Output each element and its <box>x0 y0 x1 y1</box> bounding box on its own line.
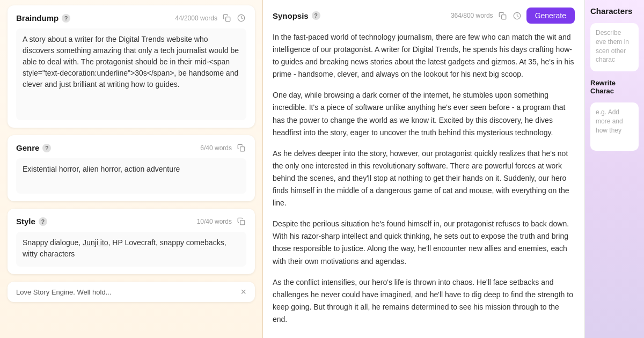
rewrite-placeholder: e.g. Add more and how they <box>596 108 623 134</box>
synopsis-para-1: In the fast-paced world of technology jo… <box>273 31 575 80</box>
synopsis-word-count: 364/800 words <box>451 12 493 19</box>
synopsis-para-3: As he delves deeper into the story, howe… <box>273 148 575 209</box>
svg-rect-2 <box>240 147 245 151</box>
braindump-input-area[interactable]: A story about a writer for the Digital T… <box>16 28 246 120</box>
style-title: Style <box>16 217 35 226</box>
style-title-group: Style ? <box>16 217 47 226</box>
svg-rect-0 <box>226 17 230 21</box>
genre-input-area[interactable]: Existential horror, alien horror, action… <box>16 158 246 194</box>
genre-meta: 6/40 words <box>200 143 246 153</box>
braindump-copy-button[interactable] <box>222 13 232 23</box>
braindump-header: Braindump ? 44/2000 words <box>16 13 246 23</box>
synopsis-title-group: Synopsis ? <box>273 11 320 20</box>
synopsis-para-2: One day, while browsing a dark corner of… <box>273 89 575 138</box>
braindump-title: Braindump <box>16 13 58 23</box>
style-meta: 10/40 words <box>197 216 246 226</box>
characters-describe-placeholder: Describe eve them in scen other charac <box>596 29 629 63</box>
style-input-area[interactable]: Snappy dialogue, Junji ito, HP Lovecraft… <box>16 232 246 267</box>
synopsis-help-icon[interactable]: ? <box>312 11 320 20</box>
style-card: Style ? 10/40 words Snappy dialogue, Jun… <box>8 209 255 274</box>
synopsis-history-button[interactable] <box>512 11 522 21</box>
generate-button[interactable]: Generate <box>526 8 575 24</box>
characters-panel: Characters Describe eve them in scen oth… <box>585 0 644 338</box>
style-word-count: 10/40 words <box>197 218 232 225</box>
genre-header: Genre ? 6/40 words <box>16 143 246 153</box>
synopsis-header: Synopsis ? 364/800 words Generate <box>273 8 575 24</box>
rewrite-label: Rewrite Charac <box>590 79 639 95</box>
style-copy-button[interactable] <box>236 216 246 226</box>
braindump-history-button[interactable] <box>236 13 246 23</box>
synopsis-body: In the fast-paced world of technology jo… <box>273 31 575 334</box>
synopsis-para-5: As the conflict intensifies, our hero's … <box>273 276 575 326</box>
genre-help-icon[interactable]: ? <box>42 144 51 152</box>
genre-card: Genre ? 6/40 words Existential horror, a… <box>8 135 255 201</box>
helper-bar: Love Story Engine. Well hold... × <box>8 282 255 302</box>
genre-textarea[interactable]: Existential horror, alien horror, action… <box>23 164 240 186</box>
braindump-title-group: Braindump ? <box>16 13 70 23</box>
synopsis-title: Synopsis <box>273 11 309 20</box>
braindump-meta: 44/2000 words <box>175 13 246 23</box>
style-header: Style ? 10/40 words <box>16 216 246 226</box>
genre-copy-button[interactable] <box>236 143 246 153</box>
genre-title: Genre <box>16 143 39 152</box>
braindump-help-icon[interactable]: ? <box>62 14 70 23</box>
braindump-card: Braindump ? 44/2000 words A story about … <box>8 5 255 128</box>
characters-describe-box[interactable]: Describe eve them in scen other charac <box>590 23 639 71</box>
synopsis-panel: Synopsis ? 364/800 words Generate In the… <box>263 0 585 338</box>
characters-title: Characters <box>590 6 639 16</box>
svg-rect-4 <box>501 14 506 19</box>
svg-rect-3 <box>240 221 245 225</box>
genre-word-count: 6/40 words <box>200 144 232 152</box>
left-panel: Braindump ? 44/2000 words A story about … <box>0 0 263 338</box>
style-content: Snappy dialogue, Junji ito, HP Lovecraft… <box>23 237 240 260</box>
synopsis-meta: 364/800 words Generate <box>451 8 575 24</box>
genre-title-group: Genre ? <box>16 143 51 152</box>
synopsis-para-4: Despite the perilous situation he's foun… <box>273 218 575 267</box>
rewrite-input-box[interactable]: e.g. Add more and how they <box>590 102 639 151</box>
braindump-word-count: 44/2000 words <box>175 14 217 22</box>
helper-close-button[interactable]: × <box>240 287 246 297</box>
braindump-textarea[interactable]: A story about a writer for the Digital T… <box>23 34 240 113</box>
synopsis-copy-button[interactable] <box>497 11 508 21</box>
style-help-icon[interactable]: ? <box>39 217 47 226</box>
helper-text: Love Story Engine. Well hold... <box>16 288 112 296</box>
